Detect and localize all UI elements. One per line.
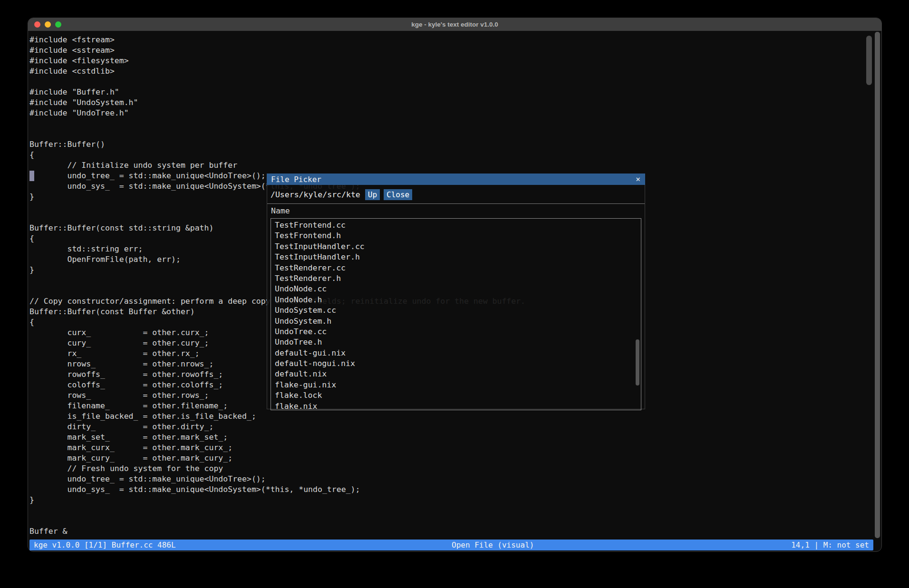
status-left: kge v1.0.0 [1/1] Buffer.cc 486L: [34, 540, 176, 549]
dialog-body: /Users/kyle/src/kte Up Close Name TestFr…: [267, 185, 645, 409]
code-line: #include "Buffer.h": [29, 87, 881, 97]
code-line: // Initialize undo system per buffer: [29, 160, 881, 171]
file-list-item[interactable]: UndoNode.h: [275, 295, 641, 305]
separator: [267, 203, 645, 204]
file-list-item[interactable]: default-gui.nix: [275, 348, 641, 358]
code-line: #include <cstdlib>: [29, 66, 881, 77]
file-list-item[interactable]: TestInputHandler.cc: [275, 241, 641, 252]
file-list-item[interactable]: UndoSystem.cc: [275, 305, 641, 316]
window-title: kge - kyle's text editor v1.0.0: [28, 21, 881, 28]
code-line: // Fresh undo system for the copy: [29, 463, 881, 474]
file-list-item[interactable]: flake.nix: [275, 401, 641, 410]
code-line: #include <fstream>: [29, 35, 881, 45]
file-list-item[interactable]: TestRenderer.h: [275, 273, 641, 284]
status-cursor-position: 14,1 | M: not set: [791, 540, 869, 549]
code-line: mark_curx_ = other.mark_curx_;: [29, 443, 881, 453]
status-mode: Open File (visual): [452, 540, 534, 550]
file-list-item[interactable]: UndoSystem.h: [275, 316, 641, 327]
code-line: #include "UndoSystem.h": [29, 97, 881, 108]
file-list-item[interactable]: flake.lock: [275, 390, 641, 401]
code-line: undo_sys_ = std::make_unique<UndoSystem>…: [29, 484, 881, 495]
file-list-item[interactable]: flake-gui.nix: [275, 380, 641, 390]
file-picker-dialog: File Picker ✕ /Users/kyle/src/kte Up Clo…: [267, 174, 645, 409]
editor-scrollbar-track[interactable]: [875, 32, 880, 538]
code-line: dirty_ = other.dirty_;: [29, 422, 881, 432]
column-header-name: Name: [271, 206, 641, 215]
code-line: #include <filesystem>: [29, 56, 881, 66]
file-list-item[interactable]: UndoTree.cc: [275, 327, 641, 337]
up-button[interactable]: Up: [365, 189, 380, 200]
path-row: /Users/kyle/src/kte Up Close: [271, 189, 641, 200]
window-titlebar[interactable]: kge - kyle's text editor v1.0.0: [28, 18, 881, 31]
code-line: [29, 118, 881, 129]
dialog-close-icon[interactable]: ✕: [636, 175, 640, 183]
dialog-title: File Picker: [271, 175, 321, 184]
code-line: [29, 516, 881, 526]
code-line: {: [29, 150, 881, 160]
code-line: #include <sstream>: [29, 45, 881, 56]
text-cursor: [29, 171, 34, 181]
code-line: undo_tree_ = std::make_unique<UndoTree>(…: [29, 474, 881, 484]
dialog-titlebar[interactable]: File Picker ✕: [267, 174, 645, 185]
close-button[interactable]: Close: [384, 189, 412, 200]
file-list-item[interactable]: UndoNode.cc: [275, 284, 641, 294]
code-line: mark_cury_ = other.mark_cury_;: [29, 453, 881, 463]
window-minimize-button[interactable]: [45, 21, 51, 28]
status-bar: kge v1.0.0 [1/1] Buffer.cc 486L Open Fil…: [29, 540, 873, 550]
code-line: Buffer::Buffer(): [29, 139, 881, 150]
file-list-item[interactable]: UndoTree.h: [275, 337, 641, 347]
file-list-item[interactable]: TestFrontend.h: [275, 231, 641, 241]
code-line: [29, 77, 881, 87]
file-list[interactable]: TestFrontend.ccTestFrontend.hTestInputHa…: [271, 218, 641, 410]
code-line: [29, 129, 881, 139]
editor-scrollbar-thumb[interactable]: [866, 36, 872, 85]
file-list-item[interactable]: TestRenderer.cc: [275, 263, 641, 273]
desktop-background: { "window": { "title": "kge - kyle's tex…: [0, 0, 909, 588]
code-line: #include "UndoTree.h": [29, 108, 881, 118]
code-line: mark_set_ = other.mark_set_;: [29, 432, 881, 443]
code-line: Buffer &: [29, 526, 881, 537]
file-list-item[interactable]: default-nogui.nix: [275, 358, 641, 369]
window-close-button[interactable]: [34, 21, 40, 28]
code-line: }: [29, 495, 881, 505]
file-list-scrollbar-thumb[interactable]: [636, 339, 639, 386]
code-line: is_file_backed_ = other.is_file_backed_;: [29, 411, 881, 422]
file-list-item[interactable]: TestFrontend.cc: [275, 220, 641, 231]
file-list-item[interactable]: TestInputHandler.h: [275, 252, 641, 262]
file-list-items: TestFrontend.ccTestFrontend.hTestInputHa…: [275, 220, 641, 410]
file-list-item[interactable]: default.nix: [275, 369, 641, 379]
window-zoom-button[interactable]: [55, 21, 61, 28]
traffic-lights: [34, 18, 61, 31]
code-line: [29, 505, 881, 516]
current-path: /Users/kyle/src/kte: [271, 190, 360, 199]
